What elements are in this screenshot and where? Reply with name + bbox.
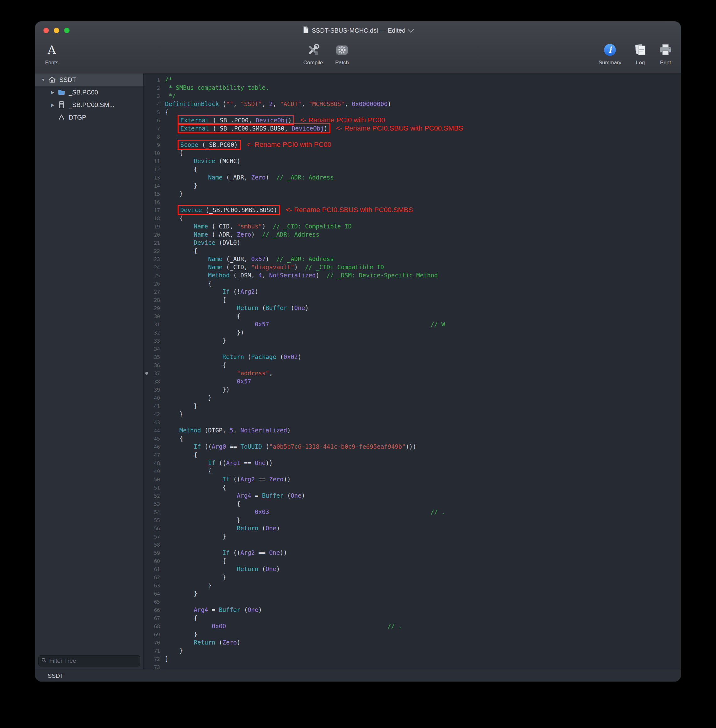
fonts-toolbar-button[interactable]: A Fonts: [38, 41, 66, 66]
code-line[interactable]: 17 Device (_SB.PC00.SMBS.BUS0)<- Rename …: [144, 206, 681, 214]
log-toolbar-button[interactable]: Log: [630, 41, 651, 66]
code-line[interactable]: 50 If ((Arg2 == Zero)): [144, 475, 681, 483]
print-toolbar-button[interactable]: Print: [652, 41, 679, 66]
code-line[interactable]: 18 {: [144, 214, 681, 222]
code-line[interactable]: 71 }: [144, 646, 681, 655]
code-line[interactable]: 10 {: [144, 149, 681, 157]
code-line[interactable]: 42 }: [144, 410, 681, 418]
disclosure-triangle-icon[interactable]: ▶: [49, 90, 56, 95]
code-text: If ((Arg2 == One)): [165, 549, 287, 556]
line-number: 19: [144, 223, 165, 231]
code-line[interactable]: 45 {: [144, 434, 681, 443]
code-text: }: [165, 647, 183, 654]
disclosure-triangle-icon[interactable]: ▼: [39, 77, 47, 82]
code-line[interactable]: 39 }): [144, 385, 681, 393]
code-line[interactable]: 2 * SMBus compatibility table.: [144, 83, 681, 92]
code-line[interactable]: 22 {: [144, 247, 681, 255]
code-line[interactable]: 23 Name (_ADR, 0x57) // _ADR: Address: [144, 255, 681, 263]
code-line[interactable]: 36 {: [144, 361, 681, 369]
code-line[interactable]: 35 Return (Package (0x02): [144, 353, 681, 361]
code-line[interactable]: 51 {: [144, 483, 681, 491]
code-line[interactable]: 11 Device (MCHC): [144, 157, 681, 165]
code-line[interactable]: 27 If (!Arg2): [144, 287, 681, 296]
code-line[interactable]: 31 0x57 // W: [144, 320, 681, 328]
window-header[interactable]: SSDT-SBUS-MCHC.dsl — Edited A Fonts Comp…: [35, 21, 681, 73]
code-line[interactable]: 67 {: [144, 614, 681, 622]
sidebar-item-sb-pc00-smbs[interactable]: ▶ _SB.PC00.SM...: [35, 99, 143, 111]
chevron-down-icon[interactable]: [408, 26, 414, 33]
line-number: 48: [144, 460, 165, 467]
code-line[interactable]: 49 {: [144, 467, 681, 475]
summary-toolbar-button[interactable]: i Summary: [591, 41, 629, 66]
code-line[interactable]: 73: [144, 663, 681, 670]
code-line[interactable]: 58: [144, 540, 681, 549]
code-line[interactable]: 41 }: [144, 402, 681, 410]
code-text: }: [165, 394, 212, 401]
code-line[interactable]: 3 */: [144, 92, 681, 100]
line-number: 43: [144, 419, 165, 427]
code-line[interactable]: 38 0x57: [144, 377, 681, 385]
log-pages-icon: [634, 41, 647, 59]
code-line[interactable]: 14 }: [144, 181, 681, 190]
code-line[interactable]: 1/*: [144, 75, 681, 83]
compile-toolbar-button[interactable]: Compile: [296, 41, 331, 66]
code-text: Return (Package (0x02): [165, 353, 302, 360]
filter-tree-input[interactable]: [49, 657, 137, 664]
code-line[interactable]: 54 0x03 // .: [144, 508, 681, 516]
code-line[interactable]: 25 Method (_DSM, 4, NotSerialized) // _D…: [144, 271, 681, 279]
code-line[interactable]: 40 }: [144, 393, 681, 402]
code-line[interactable]: 20 Name (_ADR, Zero) // _ADR: Address: [144, 231, 681, 238]
code-line[interactable]: 70 Return (Zero): [144, 638, 681, 646]
disclosure-triangle-icon[interactable]: ▶: [49, 102, 56, 107]
code-line[interactable]: 7 External (_SB_.PC00.SMBS.BUS0, DeviceO…: [144, 124, 681, 132]
patch-gear-icon: [335, 41, 349, 59]
code-line[interactable]: 21 Device (DVL0): [144, 238, 681, 247]
patch-toolbar-button[interactable]: Patch: [328, 41, 356, 66]
code-line[interactable]: 56 Return (One): [144, 524, 681, 532]
code-line[interactable]: 66 Arg4 = Buffer (One): [144, 606, 681, 614]
code-line[interactable]: 55 }: [144, 516, 681, 524]
code-line[interactable]: 60 {: [144, 557, 681, 565]
code-line[interactable]: 61 Return (One): [144, 565, 681, 573]
code-line[interactable]: 4DefinitionBlock ("", "SSDT", 2, "ACDT",…: [144, 100, 681, 108]
code-line[interactable]: 63 }: [144, 581, 681, 589]
code-line[interactable]: 37 "address",: [144, 369, 681, 377]
document-proxy-icon[interactable]: [303, 26, 309, 35]
code-line[interactable]: 34: [144, 344, 681, 353]
code-line[interactable]: 32 }): [144, 328, 681, 337]
code-line[interactable]: 30 {: [144, 312, 681, 320]
code-line[interactable]: 26 {: [144, 279, 681, 287]
line-number: 46: [144, 443, 165, 451]
code-line[interactable]: 33 }: [144, 337, 681, 344]
code-line[interactable]: 44 Method (DTGP, 5, NotSerialized): [144, 426, 681, 434]
code-line[interactable]: 19 Name (_CID, "smbus") // _CID: Compati…: [144, 222, 681, 231]
code-line[interactable]: 13 Name (_ADR, Zero) // _ADR: Address: [144, 173, 681, 181]
filter-tree-field[interactable]: [38, 655, 140, 666]
sidebar-item-ssdt[interactable]: ▼ SSDT: [35, 73, 143, 86]
code-line[interactable]: 9 Scope (_SB.PC00)<- Rename PCI0 with PC…: [144, 141, 681, 149]
sidebar-item-dtgp[interactable]: DTGP: [35, 111, 143, 124]
code-line[interactable]: 47 {: [144, 450, 681, 459]
code-line[interactable]: 62 }: [144, 573, 681, 581]
code-line[interactable]: 24 Name (_CID, "diagsvault") // _CID: Co…: [144, 263, 681, 271]
code-line[interactable]: 72}: [144, 655, 681, 663]
code-line[interactable]: 68 0x00 // .: [144, 622, 681, 630]
code-text: Return (One): [165, 566, 280, 572]
code-line[interactable]: 57 }: [144, 532, 681, 540]
code-line[interactable]: 43: [144, 418, 681, 426]
code-line[interactable]: 69 }: [144, 630, 681, 638]
code-line[interactable]: 29 Return (Buffer (One): [144, 304, 681, 312]
code-line[interactable]: 64 }: [144, 589, 681, 598]
code-text: If ((Arg0 == ToUUID ("a0b5b7c6-1318-441c…: [165, 443, 416, 450]
code-line[interactable]: 46 If ((Arg0 == ToUUID ("a0b5b7c6-1318-4…: [144, 443, 681, 450]
code-line[interactable]: 53 {: [144, 499, 681, 508]
code-area[interactable]: 1/*2 * SMBus compatibility table.3 */4De…: [144, 73, 681, 670]
code-line[interactable]: 48 If ((Arg1 == One)): [144, 459, 681, 467]
code-line[interactable]: 65: [144, 598, 681, 606]
code-line[interactable]: 59 If ((Arg2 == One)): [144, 549, 681, 557]
code-line[interactable]: 52 Arg4 = Buffer (One): [144, 491, 681, 499]
sidebar-item-sb-pc00[interactable]: ▶ _SB.PC00: [35, 86, 143, 99]
code-line[interactable]: 28 {: [144, 296, 681, 304]
code-line[interactable]: 15 }: [144, 190, 681, 198]
code-line[interactable]: 12 {: [144, 165, 681, 173]
